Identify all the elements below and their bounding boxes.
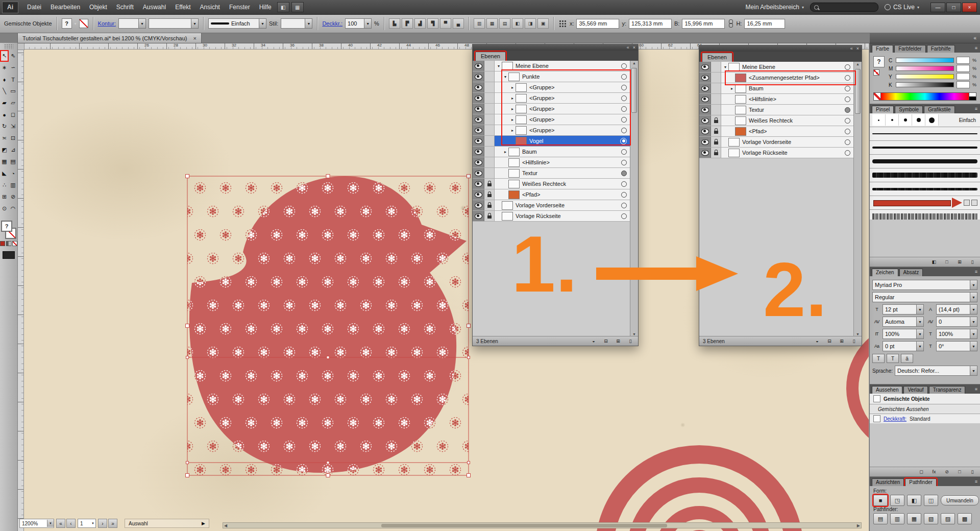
width-tool[interactable]: ≍ (0, 132, 9, 144)
gradient-tool[interactable]: ▤ (9, 156, 17, 167)
visibility-toggle[interactable] (699, 115, 711, 126)
layer-row[interactable]: Weißes Rechteck (473, 179, 630, 189)
lock-toggle[interactable] (484, 71, 495, 82)
menu-item[interactable]: Fenster (225, 0, 255, 14)
visibility-toggle[interactable] (473, 189, 484, 200)
layer-name[interactable]: <Gruppe> (529, 106, 619, 112)
channel-value-field[interactable] (957, 73, 970, 80)
target-circle-icon[interactable] (845, 64, 850, 70)
target-circle-icon[interactable] (845, 96, 850, 102)
brush-row[interactable] (870, 168, 980, 182)
layer-row[interactable]: Textur (473, 168, 630, 179)
visibility-toggle[interactable] (473, 104, 484, 114)
panel-tab[interactable]: Aussehen (872, 386, 902, 394)
make-clipping-mask-icon[interactable]: ◒ (813, 338, 821, 345)
lock-toggle[interactable] (711, 148, 721, 158)
prev-page-button[interactable]: ‹ (66, 519, 76, 528)
lock-toggle[interactable] (484, 114, 495, 125)
status-indicator[interactable]: Auswahl ▶ (125, 519, 209, 528)
menu-item[interactable]: Schrift (112, 0, 138, 14)
font-size-combo[interactable]: 12 pt ▼ (883, 304, 924, 315)
visibility-toggle[interactable] (473, 82, 484, 92)
lock-toggle[interactable] (484, 82, 495, 92)
layer-row[interactable]: <Gruppe> (473, 104, 630, 114)
scrollbar-thumb[interactable] (855, 69, 861, 114)
shape-builder-tool[interactable]: ◩ (0, 144, 9, 156)
target-circle-icon[interactable] (845, 118, 850, 124)
new-layer-icon[interactable]: ⊞ (614, 338, 622, 345)
expand-triangle-icon[interactable] (729, 86, 735, 91)
target-circle-icon[interactable] (845, 150, 850, 156)
menu-item[interactable]: Ansicht (195, 0, 225, 14)
none-swatch-icon[interactable] (874, 93, 881, 100)
delete-layer-icon[interactable]: ▯ (850, 338, 858, 345)
effects-icon[interactable]: fx (930, 469, 938, 475)
gradient-mode-icon[interactable] (6, 241, 11, 246)
distribute-icon[interactable]: ◧ (512, 18, 523, 29)
panel-drag-handle[interactable] (4, 44, 13, 49)
stroke-weight-combo[interactable]: ▼ (118, 18, 146, 29)
align-icon[interactable]: ▟ (414, 18, 426, 29)
close-icon[interactable]: × (856, 46, 859, 51)
layer-name[interactable]: Vorlage Rückseite (516, 213, 619, 219)
width-field[interactable]: 15,996 mm (682, 19, 725, 29)
color-mode-icon[interactable] (0, 241, 5, 246)
stroke-profile-combo[interactable]: ▼ (149, 18, 199, 29)
deckkraft-link[interactable]: Deckkr.: (322, 20, 342, 27)
expand-triangle-icon[interactable] (509, 128, 516, 133)
eyedropper-tool[interactable]: ◣ (0, 167, 9, 179)
y-field[interactable]: 125,313 mm (629, 19, 672, 29)
search-input[interactable] (821, 4, 864, 11)
lock-toggle[interactable] (711, 105, 721, 115)
layer-row[interactable]: Baum (473, 147, 630, 157)
clear-appearance-icon[interactable]: ⊘ (943, 469, 951, 475)
minus-front-button[interactable]: ◳ (890, 495, 904, 506)
brush-library-icon[interactable]: ◧ (930, 259, 938, 266)
visibility-toggle[interactable] (699, 73, 711, 83)
delete-brush-icon[interactable]: ▯ (968, 259, 976, 266)
target-circle-icon[interactable] (845, 86, 850, 91)
target-circle-icon[interactable] (621, 63, 627, 69)
layer-row[interactable]: <Gruppe> (473, 114, 630, 125)
lock-toggle[interactable] (484, 61, 495, 71)
collapse-dock-icon[interactable]: « (973, 35, 976, 41)
close-icon[interactable]: × (633, 45, 635, 50)
panel-menu-icon[interactable]: ≡ (975, 269, 980, 274)
brush-row[interactable] (870, 155, 980, 168)
layer-row[interactable]: Vorlage Rückseite (699, 148, 854, 158)
restore-button[interactable]: □ (946, 3, 961, 12)
lock-toggle[interactable] (484, 147, 495, 157)
unite-button[interactable]: ■ (873, 495, 888, 506)
channel-slider[interactable] (896, 74, 954, 79)
leading-combo[interactable]: (14,4 pt) ▼ (936, 304, 977, 315)
layer-name[interactable]: <Pfad> (522, 191, 619, 198)
panel-titlebar[interactable]: « × (473, 44, 638, 51)
visibility-toggle[interactable] (473, 61, 484, 71)
opacity-combo[interactable]: 100 ▼ (345, 18, 372, 29)
expand-triangle-icon[interactable] (509, 85, 516, 90)
layer-row[interactable]: <Gruppe> (473, 82, 630, 93)
brush-options-icon[interactable]: □ (943, 259, 951, 266)
visibility-toggle[interactable] (473, 157, 484, 167)
lock-toggle[interactable] (484, 93, 495, 103)
target-circle-icon[interactable] (621, 128, 627, 133)
menu-item[interactable]: Datei (22, 0, 46, 14)
menu-item[interactable]: Effekt (170, 0, 195, 14)
channel-slider[interactable] (896, 82, 954, 87)
character-rotation-combo[interactable]: 0° ▼ (936, 341, 977, 351)
layer-row[interactable]: <Gruppe> (473, 125, 630, 136)
align-icon[interactable]: ▜ (427, 18, 438, 29)
white-black-swatch[interactable] (969, 93, 976, 100)
zoom-tool[interactable]: ⊙ (0, 203, 9, 214)
target-circle-icon[interactable] (621, 95, 627, 101)
workspace-switcher[interactable]: Mein Arbeitsbereich ▾ (746, 4, 804, 11)
layer-row[interactable]: <Pfad> (699, 126, 854, 137)
character-style-button[interactable]: T (872, 354, 885, 363)
chevron-down-icon[interactable]: ▾ (75, 21, 77, 26)
expand-triangle-icon[interactable] (502, 150, 508, 154)
search-box[interactable] (810, 3, 878, 12)
layer-name[interactable]: <Gruppe> (529, 127, 619, 133)
layer-row[interactable]: Vorlage Vorderseite (473, 200, 630, 211)
visibility-toggle[interactable] (473, 125, 484, 135)
color-spectrum[interactable] (873, 92, 976, 101)
